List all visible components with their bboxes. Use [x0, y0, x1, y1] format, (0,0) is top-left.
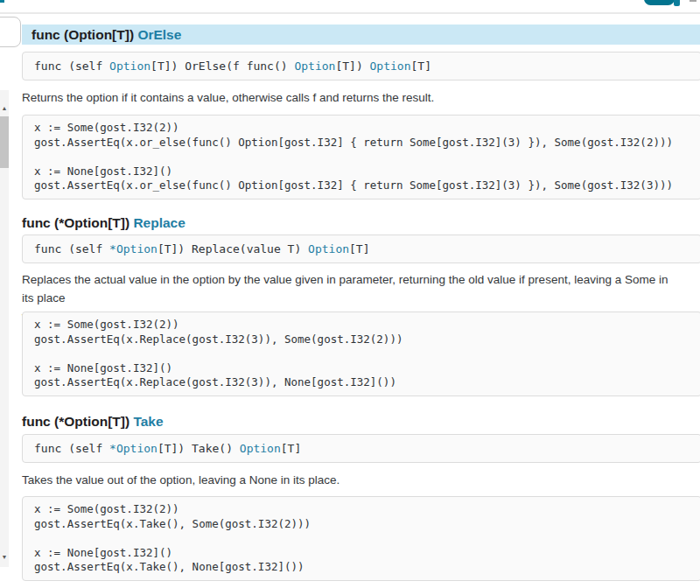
type-link[interactable]: Option	[370, 60, 411, 73]
description-line: Replaces the actual value in the option …	[22, 270, 678, 307]
heading-prefix: func (*Option[T])	[22, 215, 133, 230]
sidebar-scrollbar[interactable]: ▲ ▼	[0, 90, 9, 567]
code-line: x := None[gost.I32]()	[34, 361, 690, 376]
example-code-orelse: x := Some(gost.I32(2)) gost.AssertEq(x.o…	[22, 115, 700, 200]
example-code-replace: x := Some(gost.I32(2)) gost.AssertEq(x.R…	[22, 312, 700, 396]
sig-text: [T]) OrElse(f func()	[150, 60, 294, 73]
description-line: Takes the value out of the option, leavi…	[22, 471, 678, 489]
method-name-link[interactable]: OrElse	[137, 27, 181, 42]
scrollbar-up-arrow-icon[interactable]: ▲	[0, 104, 9, 113]
sidebar-search-input-cutoff[interactable]	[0, 17, 21, 47]
description-take: Takes the value out of the option, leavi…	[22, 471, 678, 489]
heading-replace: func (*Option[T]) Replace	[22, 213, 700, 233]
method-name-link[interactable]: Take	[133, 414, 163, 429]
code-line	[34, 150, 690, 164]
heading-orelse: func (Option[T]) OrElse	[22, 24, 700, 45]
code-line: x := Some(gost.I32(2))	[34, 121, 690, 136]
sig-text: func (self	[34, 242, 109, 256]
heading-prefix: func (Option[T])	[32, 27, 137, 42]
code-line: x := None[gost.I32]()	[34, 164, 690, 179]
example-code-take: x := Some(gost.I32(2)) gost.AssertEq(x.T…	[22, 496, 700, 581]
signature-block-orelse: func (self Option[T]) OrElse(f func() Op…	[22, 52, 700, 80]
code-line: x := None[gost.I32]()	[34, 546, 690, 561]
sig-text: [T]	[349, 242, 369, 256]
heading-prefix: func (*Option[T])	[22, 414, 133, 429]
type-link[interactable]: *Option	[109, 442, 158, 455]
signature-block-replace: func (self *Option[T]) Replace(value T) …	[22, 234, 700, 263]
sig-text: [T])	[335, 60, 369, 73]
sig-text: [T]) Take()	[158, 442, 240, 455]
sig-text: [T]	[281, 442, 301, 455]
code-line: gost.AssertEq(x.or_else(func() Option[go…	[34, 178, 690, 193]
scrollbar-thumb[interactable]	[0, 116, 9, 168]
doc-content: func (Option[T]) OrElse func (self Optio…	[22, 0, 700, 588]
type-link[interactable]: Option	[240, 442, 281, 455]
code-line: x := Some(gost.I32(2))	[34, 318, 690, 332]
type-link[interactable]: Option	[294, 60, 335, 73]
code-line: x := Some(gost.I32(2))	[34, 502, 690, 517]
signature-block-take: func (self *Option[T]) Take() Option[T]	[22, 434, 700, 463]
sig-text: [T]	[411, 60, 431, 73]
description-line: Returns the option if it contains a valu…	[22, 88, 678, 107]
code-line: gost.AssertEq(x.Replace(gost.I32(3)), No…	[34, 375, 690, 390]
type-link[interactable]: *Option	[109, 242, 158, 256]
type-link[interactable]: Option	[308, 242, 349, 256]
scrollbar-down-arrow-icon[interactable]: ▼	[0, 553, 9, 562]
sig-text: [T]) Replace(value T)	[158, 242, 308, 256]
code-line: gost.AssertEq(x.Take(), Some(gost.I32(2)…	[34, 517, 690, 532]
method-name-link[interactable]: Replace	[133, 215, 185, 230]
code-line	[34, 531, 690, 546]
sig-text: func (self	[34, 60, 109, 73]
code-line: gost.AssertEq(x.or_else(func() Option[go…	[34, 136, 690, 150]
code-line: gost.AssertEq(x.Take(), None[gost.I32]()…	[34, 560, 690, 575]
type-link[interactable]: Option	[109, 60, 150, 73]
code-line	[34, 346, 690, 361]
description-orelse: Returns the option if it contains a valu…	[22, 88, 678, 107]
cutoff-teal-element	[0, 0, 4, 3]
code-line: gost.AssertEq(x.Replace(gost.I32(3)), So…	[34, 332, 690, 347]
heading-take: func (*Option[T]) Take	[22, 411, 700, 431]
sig-text: func (self	[34, 442, 109, 455]
